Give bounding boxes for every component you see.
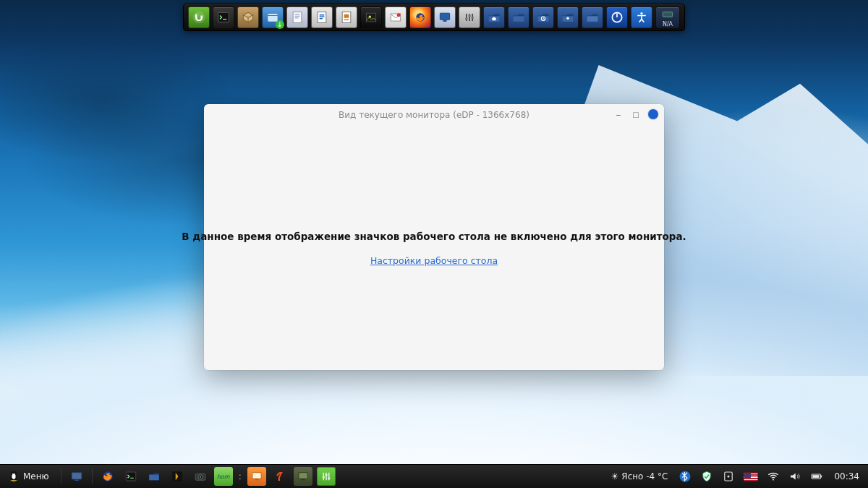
svg-rect-35 <box>299 473 307 479</box>
svg-rect-45 <box>821 476 822 478</box>
terminal-launcher-icon[interactable] <box>122 467 140 486</box>
accessibility-icon[interactable] <box>631 7 652 28</box>
files-launcher-icon[interactable] <box>145 467 163 486</box>
image-viewer-icon[interactable] <box>360 7 382 28</box>
libreoffice-impress-icon[interactable] <box>336 7 357 28</box>
svg-point-42 <box>728 476 730 478</box>
plex-icon[interactable] <box>168 467 187 486</box>
shield-icon[interactable] <box>698 467 715 486</box>
svg-point-10 <box>397 13 401 17</box>
window-titlebar[interactable]: Вид текущего монитора (eDP - 1366x768) –… <box>204 104 664 126</box>
notes-icon[interactable] <box>286 7 308 28</box>
folder-open-icon[interactable] <box>582 7 603 28</box>
window-close-button[interactable] <box>648 109 658 119</box>
svg-point-22 <box>12 474 15 479</box>
tux-icon <box>7 470 20 483</box>
bluetooth-icon[interactable] <box>676 467 694 486</box>
audio-mixer-icon[interactable] <box>459 7 480 28</box>
svg-point-23 <box>12 474 13 474</box>
start-menu-button[interactable]: Меню <box>4 467 55 486</box>
camera-icon[interactable] <box>191 467 210 486</box>
libreoffice-writer-icon[interactable] <box>311 7 333 28</box>
svg-rect-37 <box>322 476 324 478</box>
svg-rect-3 <box>293 12 302 23</box>
cpu-temp-na[interactable]: N/A <box>655 7 680 28</box>
svg-rect-4 <box>318 12 326 23</box>
terminal-icon[interactable] <box>213 7 234 28</box>
downloads-icon[interactable]: ↓ <box>262 7 284 28</box>
monitor-settings-icon[interactable] <box>434 7 456 28</box>
na-label: N/A <box>663 22 673 27</box>
svg-rect-25 <box>72 473 82 479</box>
svg-point-24 <box>14 474 14 474</box>
monitor-view-window: Вид текущего монитора (eDP - 1366x768) –… <box>204 104 664 370</box>
top-dock: ↓ N/A <box>183 4 685 31</box>
wifi-icon[interactable] <box>765 467 782 486</box>
window-minimize-button[interactable]: – <box>613 109 624 119</box>
svg-point-43 <box>773 479 774 480</box>
svg-rect-6 <box>344 14 349 18</box>
clock-text: 00:34 <box>834 471 859 481</box>
svg-rect-39 <box>328 478 330 479</box>
mint-menu-icon[interactable] <box>188 7 210 28</box>
update-manager-icon[interactable] <box>720 467 737 486</box>
taskbar-separator <box>61 468 61 484</box>
folder-icon[interactable] <box>508 7 529 28</box>
keyboard-layout-flag[interactable] <box>741 467 760 486</box>
menu-label: Меню <box>23 471 49 481</box>
volume-icon[interactable] <box>786 467 804 486</box>
yandex-icon[interactable] <box>271 467 289 486</box>
downloads-folder-icon[interactable] <box>557 7 579 28</box>
clock[interactable]: 00:34 <box>830 471 864 481</box>
svg-rect-26 <box>75 480 79 481</box>
svg-rect-15 <box>468 15 470 17</box>
svg-rect-2 <box>268 14 277 22</box>
svg-rect-46 <box>813 475 820 478</box>
weather-text: Ясно -4 °C <box>621 471 668 481</box>
svg-rect-34 <box>255 479 258 481</box>
show-desktop-icon[interactable] <box>67 467 86 486</box>
svg-rect-36 <box>301 479 305 481</box>
window-title: Вид текущего монитора (eDP - 1366x768) <box>339 110 529 120</box>
home-folder-icon[interactable] <box>483 7 505 28</box>
weather-sun-icon: ☀ <box>611 471 619 481</box>
taskbar-colon: : <box>237 471 243 481</box>
svg-rect-20 <box>663 12 672 17</box>
file-manager-task[interactable] <box>294 467 312 486</box>
taskbar: Меню hom : <box>0 464 868 488</box>
firefox-launcher-icon[interactable] <box>98 467 117 486</box>
svg-point-19 <box>640 12 642 14</box>
display-window-task[interactable] <box>247 467 266 486</box>
power-icon[interactable] <box>606 7 628 28</box>
svg-rect-14 <box>465 18 467 20</box>
flag-us-icon <box>744 472 758 481</box>
svg-rect-33 <box>252 473 261 479</box>
svg-rect-12 <box>440 13 449 20</box>
mail-icon[interactable] <box>385 7 407 28</box>
package-manager-icon[interactable] <box>237 7 259 28</box>
svg-rect-28 <box>126 472 136 481</box>
weather-applet[interactable]: ☀ Ясно -4 °C <box>607 471 673 481</box>
window-maximize-button[interactable]: □ <box>631 109 641 119</box>
svg-point-32 <box>200 476 201 478</box>
mixer-task[interactable] <box>317 467 336 486</box>
window-message: В данное время отображение значков рабоч… <box>182 231 686 242</box>
svg-point-0 <box>193 12 205 24</box>
firefox-icon[interactable] <box>409 7 431 28</box>
battery-icon[interactable] <box>808 467 825 486</box>
window-body: В данное время отображение значков рабоч… <box>204 126 664 370</box>
svg-rect-7 <box>366 13 375 22</box>
desktop-settings-link[interactable]: Настройки рабочего стола <box>370 255 498 266</box>
backup-icon[interactable] <box>532 7 554 28</box>
svg-rect-1 <box>218 12 229 22</box>
svg-rect-16 <box>472 17 474 19</box>
homebank-icon[interactable]: hom <box>214 467 233 486</box>
svg-rect-13 <box>443 20 447 22</box>
taskbar-separator <box>92 468 93 484</box>
svg-rect-38 <box>325 474 327 476</box>
